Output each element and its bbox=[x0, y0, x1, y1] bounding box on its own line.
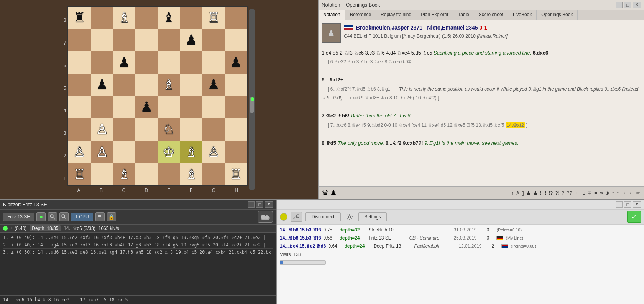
board-cell[interactable] bbox=[135, 118, 158, 140]
toggle-on-icon[interactable]: ● bbox=[36, 212, 46, 221]
board-cell[interactable]: ♙ bbox=[91, 118, 113, 140]
board-cell[interactable] bbox=[225, 7, 247, 29]
board-cell[interactable]: ♜ bbox=[68, 7, 90, 29]
arrow-lr-sym[interactable]: ↔ bbox=[628, 190, 634, 196]
engine-panel-maximize[interactable]: □ bbox=[624, 201, 631, 208]
board-cell[interactable] bbox=[225, 118, 247, 140]
tab-reference[interactable]: Reference bbox=[345, 10, 376, 20]
engine-name-button[interactable]: Fritz 13 SE bbox=[3, 213, 34, 221]
board-cell[interactable]: ♖ bbox=[68, 163, 90, 185]
settings-button[interactable]: Settings bbox=[358, 212, 386, 221]
board-cell[interactable] bbox=[91, 7, 113, 29]
board-cell[interactable]: ♗ bbox=[180, 141, 202, 163]
eraser-sym[interactable]: ✏ bbox=[635, 190, 641, 196]
notation-content[interactable]: ♟ Broekmeulen,Jasper 2371 - Nieto,Emanue… bbox=[319, 20, 644, 186]
settings-icon[interactable] bbox=[344, 212, 355, 222]
bracket-symbol[interactable]: ] bbox=[522, 190, 525, 196]
board-cell[interactable] bbox=[180, 118, 202, 140]
board-cell[interactable] bbox=[180, 7, 202, 29]
board-cell[interactable] bbox=[135, 74, 158, 96]
board-cell[interactable] bbox=[113, 96, 135, 118]
board-cell[interactable] bbox=[202, 29, 225, 51]
question-exclaim[interactable]: ?! bbox=[554, 190, 560, 196]
board-cell[interactable]: ♟ bbox=[113, 51, 135, 74]
engine-results-list[interactable]: 14...♕b8 15.b3 ♕f8 0.75 depth=32 Stockfi… bbox=[277, 225, 644, 304]
tab-replay-training[interactable]: Replay training bbox=[376, 10, 416, 20]
board-cell[interactable]: ♟ bbox=[225, 51, 247, 74]
arrow-up3-sym[interactable]: ↑ bbox=[616, 190, 620, 196]
board-cell[interactable] bbox=[113, 141, 135, 163]
board-cell[interactable] bbox=[68, 51, 90, 74]
lock-icon[interactable]: 🔒 bbox=[107, 212, 116, 221]
board-cell[interactable] bbox=[158, 96, 180, 118]
board-cell[interactable] bbox=[202, 118, 225, 140]
board-cell[interactable] bbox=[225, 141, 247, 163]
double-exclaim[interactable]: !! bbox=[539, 190, 544, 196]
engine-line-1[interactable]: 1. ± (0.40): 14...♗e4 15.♗e2 ♗xf3 16.♗xf… bbox=[3, 234, 273, 241]
engine-lines[interactable]: 1. ± (0.40): 14...♗e4 15.♗e2 ♗xf3 16.♗xf… bbox=[0, 233, 276, 295]
cloud-icon[interactable] bbox=[258, 211, 273, 223]
board-cell[interactable] bbox=[113, 29, 135, 51]
board-cell[interactable]: ♖ bbox=[225, 163, 247, 185]
board-cell[interactable]: ♖ bbox=[202, 7, 225, 29]
board-cell[interactable]: ♙ bbox=[68, 141, 90, 163]
board-cell[interactable] bbox=[180, 74, 202, 96]
board-cell[interactable] bbox=[180, 96, 202, 118]
board-cell[interactable]: ♗ bbox=[113, 163, 135, 185]
kibitzer-close[interactable]: ✕ bbox=[265, 201, 273, 208]
board-cell[interactable] bbox=[158, 51, 180, 74]
result-row-2[interactable]: 14...♕b8 15.b3 ♕f8 0.56 depth=24 Fritz 1… bbox=[278, 234, 642, 242]
board-cell[interactable] bbox=[202, 96, 225, 118]
board-cell[interactable] bbox=[91, 29, 113, 51]
close-button[interactable]: ✕ bbox=[633, 2, 641, 8]
minus-plus-sym[interactable]: ∓ bbox=[587, 190, 593, 196]
board-cell[interactable] bbox=[135, 163, 158, 185]
engine-panel-minimize[interactable]: − bbox=[616, 201, 623, 208]
tab-table[interactable]: Table bbox=[453, 10, 474, 20]
moves-text[interactable]: 1.e4 e5 2.♘f3 ♘c6 3.c3 ♘f6 4.d4 ♘xe4 5.d… bbox=[322, 48, 641, 147]
exclaim[interactable]: ! bbox=[544, 190, 547, 196]
board-cell[interactable] bbox=[68, 118, 90, 140]
wrench-icon[interactable] bbox=[291, 212, 302, 222]
queen-piece-icon[interactable]: ♛ bbox=[322, 188, 329, 197]
tab-score-sheet[interactable]: Score sheet bbox=[474, 10, 508, 20]
kibitzer-maximize[interactable]: □ bbox=[256, 201, 263, 208]
kibitzer-minimize[interactable]: − bbox=[248, 201, 255, 208]
engine-line-3[interactable]: 3. ± (0.50): 14...♕d6 15.♗e2 ♖e8 16.♖e1 … bbox=[3, 249, 273, 256]
plus-minus-sym[interactable]: +− bbox=[574, 190, 581, 196]
pawn-piece-icon[interactable]: ♟ bbox=[330, 188, 337, 197]
board-cell[interactable] bbox=[135, 51, 158, 74]
minimize-button[interactable]: − bbox=[616, 2, 623, 8]
board-cell[interactable]: ♔ bbox=[158, 141, 180, 163]
plus-minus2-sym[interactable]: ± bbox=[582, 190, 586, 196]
board-cell[interactable]: ♟ bbox=[135, 96, 158, 118]
board-cell[interactable] bbox=[113, 74, 135, 96]
board-cell[interactable]: ♙ bbox=[202, 141, 225, 163]
board-cell[interactable]: ♝ bbox=[158, 7, 180, 29]
board-cell[interactable] bbox=[135, 29, 158, 51]
confirm-button[interactable]: ✓ bbox=[627, 211, 641, 223]
engine-panel-close[interactable]: ✕ bbox=[633, 201, 641, 208]
board-cell[interactable] bbox=[225, 96, 247, 118]
tab-livebook[interactable]: LiveBook bbox=[508, 10, 537, 20]
infinity-sym[interactable]: ∞ bbox=[599, 190, 604, 196]
result-row-1[interactable]: 14...♕b8 15.b3 ♕f8 0.75 depth=32 Stockfi… bbox=[278, 226, 642, 234]
chess-board[interactable]: ♜♗♝♖♟♟♟♟♗♟♟♙♘♙♙♔♗♙♖♗♗♖ bbox=[67, 6, 248, 186]
search-moves-icon[interactable] bbox=[48, 212, 57, 221]
board-cell[interactable] bbox=[158, 163, 180, 185]
arrow-right-sym[interactable]: → bbox=[621, 190, 627, 196]
plus-circle-sym[interactable]: ⊕ bbox=[605, 190, 610, 196]
board-cell[interactable]: ♙ bbox=[91, 141, 113, 163]
board-cell[interactable] bbox=[202, 163, 225, 185]
question[interactable]: ? bbox=[561, 190, 565, 196]
board-cell[interactable]: ♗ bbox=[180, 163, 202, 185]
double-question[interactable]: ?? bbox=[566, 190, 573, 196]
board-scrollbar[interactable] bbox=[249, 9, 255, 190]
arrow-up2-sym[interactable]: ↑ bbox=[611, 190, 615, 196]
board-cell[interactable] bbox=[202, 51, 225, 74]
board-cell[interactable] bbox=[68, 29, 90, 51]
search2-icon[interactable] bbox=[59, 212, 69, 221]
board-cell[interactable] bbox=[180, 51, 202, 74]
arrow-up-symbol[interactable]: ↑ bbox=[510, 190, 514, 196]
board-cell[interactable]: ♗ bbox=[158, 74, 180, 96]
